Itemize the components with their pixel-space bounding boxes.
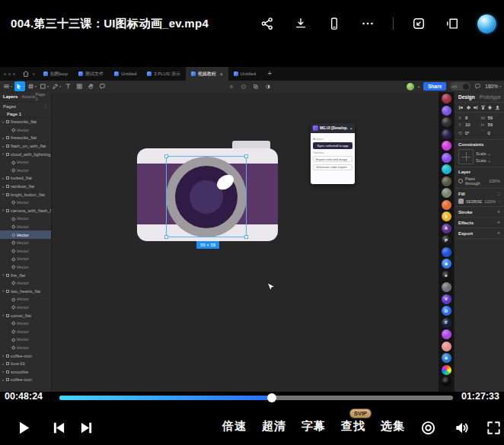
pen-tool[interactable]: ▾	[51, 81, 62, 91]
fill-opacity-field[interactable]: 100%	[484, 199, 496, 204]
resize-handle[interactable]	[244, 235, 248, 239]
dock-app-4-icon[interactable]	[442, 129, 451, 139]
layer-row-coffee-icon[interactable]: ▸coffee-icon	[0, 376, 51, 384]
layer-row-comet-flat[interactable]: ▾comet_flat	[0, 311, 51, 319]
file-tab-6[interactable]: Untitled	[228, 67, 261, 81]
rotation-field[interactable]: ⟲0°	[458, 129, 478, 136]
dock-app-24-icon[interactable]	[442, 365, 451, 375]
dock-app-25-icon[interactable]	[442, 377, 451, 386]
constraint-horizontal[interactable]: Scale ⌄	[476, 151, 491, 156]
subtitles-button[interactable]: 字幕	[298, 419, 329, 434]
dock-app-19-icon[interactable]: D	[442, 306, 451, 316]
device-icon[interactable]	[326, 15, 343, 32]
chevron-down-icon[interactable]: ▾	[59, 84, 61, 88]
dev-mode-toggle[interactable]: </>	[450, 82, 471, 91]
fullscreen-button[interactable]	[485, 419, 502, 437]
dock-app-12-icon[interactable]: A	[442, 224, 451, 234]
comment-tool[interactable]	[97, 81, 107, 91]
tab-assets[interactable]: Assets	[21, 94, 35, 99]
layer-row-vector[interactable]: Vector	[0, 304, 51, 312]
user-avatar[interactable]	[407, 83, 414, 91]
resize-handle[interactable]	[164, 154, 168, 158]
layer-row-vector[interactable]: Vector	[0, 223, 51, 231]
layer-row-bright-button-flat[interactable]: ▾bright_button_flat	[0, 190, 51, 199]
layer-row-vector[interactable]: Vector	[0, 230, 51, 239]
progress-thumb[interactable]	[267, 393, 276, 402]
plugin-option-button[interactable]: Export selected image	[313, 156, 352, 162]
dock-app-22-icon[interactable]	[442, 342, 451, 351]
layer-row-vector[interactable]: Vector	[0, 255, 51, 263]
layer-row-vector[interactable]: Vector	[0, 295, 51, 304]
layer-opacity-field[interactable]: 100%	[489, 179, 500, 183]
layer-row-rainbow-flat[interactable]: ▸rainbow_flat	[0, 183, 51, 191]
search-button[interactable]: 查找	[338, 419, 368, 434]
design-canvas[interactable]: 59 × 59 MG.UI [Develop...] × Actions Syn…	[52, 92, 439, 392]
layer-row-vector[interactable]: Vector	[0, 319, 51, 328]
resize-handle[interactable]	[244, 154, 248, 158]
hand-tool[interactable]	[86, 81, 96, 91]
tab-layers[interactable]: Layers	[3, 94, 18, 99]
chevron-down-icon[interactable]: ▾	[35, 84, 37, 88]
align-right-icon[interactable]	[473, 105, 478, 110]
file-tab-5[interactable]: 视频教程×	[186, 67, 228, 81]
tab-prototype[interactable]: Prototype	[480, 94, 501, 100]
page-item[interactable]: Page 1	[0, 110, 51, 118]
dock-app-8-icon[interactable]	[442, 176, 451, 186]
plugin-window-header[interactable]: MG.UI [Develop...] ×	[311, 123, 355, 133]
screenshot-icon[interactable]	[410, 15, 427, 32]
dock-app-15-icon[interactable]: ⊕	[442, 259, 451, 269]
dock-app-13-icon[interactable]: P	[442, 235, 451, 245]
fill-color-swatch[interactable]	[458, 199, 464, 204]
download-icon[interactable]	[292, 15, 309, 32]
align-h-center-icon[interactable]	[466, 105, 471, 110]
dock-app-1-icon[interactable]	[442, 94, 451, 103]
layer-row-two-hearts-flat[interactable]: ▾two_hearts_flat	[0, 287, 51, 295]
dock-app-2-icon[interactable]	[442, 106, 451, 116]
layer-row-vector[interactable]: Vector	[0, 167, 51, 175]
account-avatar[interactable]	[477, 14, 496, 33]
more-icon[interactable]	[359, 15, 376, 32]
layer-row-fire-flat[interactable]: ▾fire_flat	[0, 271, 51, 279]
assets-tool[interactable]	[75, 81, 85, 91]
file-tab-4[interactable]: 3 PLUS 演示	[142, 67, 185, 81]
add-effect-icon[interactable]: +	[497, 220, 500, 225]
layer-row-vector[interactable]: Vector	[0, 263, 51, 272]
layer-row-vector[interactable]: Vector	[0, 199, 51, 207]
align-top-icon[interactable]	[480, 105, 486, 110]
h-field[interactable]: H59	[481, 122, 501, 127]
next-button[interactable]	[77, 418, 97, 438]
dock-app-23-icon[interactable]: ✻	[442, 353, 451, 363]
quality-button[interactable]: 超清	[259, 419, 289, 434]
progress-bar[interactable]	[59, 396, 453, 400]
layer-row-coffee-icon[interactable]: ▸coffee-icon	[0, 351, 51, 360]
plugin-option-button[interactable]: Generate code export	[313, 164, 352, 170]
menu-tool[interactable]: ▾	[2, 81, 13, 91]
layer-row-smoothie[interactable]: ▸smoothie	[0, 367, 51, 376]
component-icon[interactable]	[228, 84, 234, 90]
dock-app-16-icon[interactable]: e	[442, 271, 451, 281]
more-icon[interactable]: ⋮	[43, 103, 48, 109]
dock-app-10-icon[interactable]	[442, 200, 451, 210]
layer-row-locked-flat[interactable]: ▸locked_flat	[0, 174, 51, 183]
chevron-down-icon[interactable]: ▾	[23, 84, 24, 88]
layer-row-vector[interactable]: Vector	[0, 279, 51, 288]
layer-row-fireworks-flat[interactable]: ▾fireworks_flat	[0, 118, 51, 126]
file-tab-2[interactable]: 测试文件	[73, 67, 109, 81]
move-tool[interactable]: ▾	[14, 81, 25, 91]
dock-app-11-icon[interactable]: $	[442, 211, 451, 221]
layer-row-vector[interactable]: Vector	[0, 239, 51, 247]
close-tab-icon[interactable]: ×	[220, 72, 223, 77]
visibility-icon[interactable]	[498, 199, 500, 204]
chevron-down-icon[interactable]: ▾	[11, 84, 12, 88]
dock-app-9-icon[interactable]	[442, 188, 451, 198]
dock-app-6-icon[interactable]	[442, 153, 451, 163]
dock-app-20-icon[interactable]: F	[442, 318, 451, 328]
layer-row-vector[interactable]: Vector	[0, 335, 51, 344]
layer-row-vector[interactable]: Vector	[0, 126, 51, 135]
frame-tool[interactable]: ▾	[27, 81, 37, 91]
back-icon[interactable]: ‹	[33, 71, 35, 78]
rect-tool[interactable]: ▾	[39, 81, 49, 91]
text-tool[interactable]	[63, 81, 73, 91]
resize-handle[interactable]	[164, 235, 168, 239]
constraints-widget[interactable]	[458, 149, 474, 164]
